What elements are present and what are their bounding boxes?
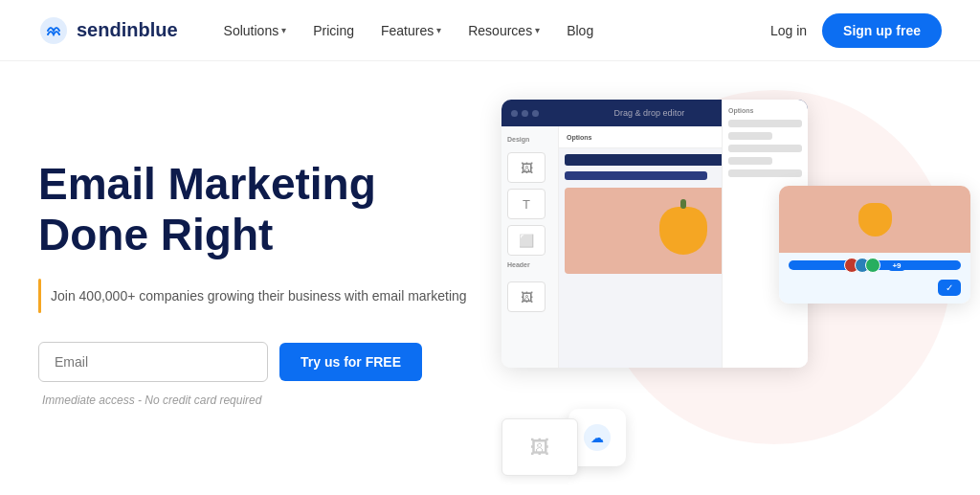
avatar-group	[844, 258, 880, 273]
nav-item-pricing[interactable]: Pricing	[313, 23, 354, 38]
avatar-plus-badge: +9	[888, 260, 904, 271]
hero-section: Email Marketing Done Right Join 400,000+…	[38, 149, 498, 408]
check-bubble: ✓	[938, 280, 961, 296]
hero-subtitle: Join 400,000+ companies growing their bu…	[51, 286, 467, 306]
header-actions: Log in Sign up free	[770, 13, 942, 48]
tool-image[interactable]: 🖼	[507, 152, 546, 183]
chevron-down-icon: ▾	[436, 25, 441, 35]
logo-icon	[38, 15, 69, 46]
option-row-5	[728, 169, 802, 177]
editor-body: Design 🖼 T ⬜ Header 🖼 Options + 🖼 ✏️	[501, 126, 808, 368]
yellow-accent-bar	[38, 279, 41, 313]
email-preview-card: +9 ✓	[779, 186, 970, 304]
option-row-2	[728, 132, 772, 140]
signup-button[interactable]: Sign up free	[822, 13, 942, 48]
pumpkin-shape	[659, 207, 707, 255]
editor-sidebar: Design 🖼 T ⬜ Header 🖼	[501, 126, 559, 368]
options-label: Options	[567, 134, 591, 141]
subtitle-bar-visual	[565, 171, 707, 180]
chevron-down-icon: ▾	[535, 25, 540, 35]
dot-3	[532, 110, 539, 117]
check-row: ✓	[789, 276, 961, 296]
option-row-3	[728, 145, 802, 152]
dot-1	[511, 110, 518, 117]
tool-image2[interactable]: 🖼	[507, 281, 546, 312]
nav-item-blog[interactable]: Blog	[567, 23, 593, 38]
main-nav: Solutions ▾ Pricing Features ▾ Resources…	[224, 23, 770, 38]
image-placeholder-card: 🖼	[501, 418, 578, 476]
dot-2	[522, 110, 528, 117]
email-preview-top	[779, 186, 970, 253]
option-row-1	[728, 120, 802, 127]
try-free-button[interactable]: Try us for FREE	[279, 343, 422, 381]
nav-item-solutions[interactable]: Solutions ▾	[224, 23, 287, 38]
avatar-3	[865, 258, 880, 273]
email-preview-body: +9 ✓	[779, 253, 970, 304]
cta-row: Try us for FREE	[38, 342, 498, 382]
subtitle-bar: Join 400,000+ companies growing their bu…	[38, 279, 498, 313]
email-preview-blue-bar: +9	[789, 260, 961, 270]
nav-item-resources[interactable]: Resources ▾	[468, 23, 540, 38]
login-button[interactable]: Log in	[770, 23, 807, 38]
image-placeholder-icon: 🖼	[530, 437, 549, 459]
upload-icon: ☁	[584, 424, 611, 451]
right-panel-label: Options	[728, 107, 802, 114]
pumpkin-sm	[858, 203, 892, 236]
chevron-down-icon: ▾	[281, 25, 286, 35]
email-input[interactable]	[38, 342, 268, 382]
cta-note: Immediate access - No credit card requir…	[42, 394, 498, 407]
logo[interactable]: sendinblue	[38, 15, 178, 46]
window-dots	[511, 110, 539, 117]
editor-panel: Drag & drop editor Publish Design 🖼 T ⬜ …	[501, 100, 808, 368]
hero-illustration: Drag & drop editor Publish Design 🖼 T ⬜ …	[482, 61, 980, 495]
nav-item-features[interactable]: Features ▾	[381, 23, 441, 38]
tool-shape[interactable]: ⬜	[507, 225, 546, 256]
tool-text[interactable]: T	[507, 189, 546, 219]
main-content: Email Marketing Done Right Join 400,000+…	[0, 61, 980, 495]
logo-text: sendinblue	[77, 19, 178, 41]
design-label: Design	[507, 136, 552, 143]
header-label-side: Header	[507, 261, 552, 268]
hero-title: Email Marketing Done Right	[38, 159, 498, 260]
option-row-4	[728, 157, 772, 165]
